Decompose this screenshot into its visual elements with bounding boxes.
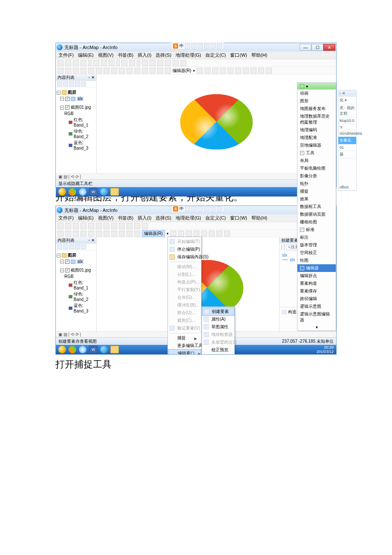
toolbars-menu-item[interactable]: 效果 [297,195,336,203]
tool-button[interactable] [235,68,241,74]
tool-button[interactable] [58,231,63,237]
menu-item[interactable]: 帮助(H) [251,52,267,58]
tool-button[interactable] [205,68,210,74]
tool-button[interactable] [220,68,226,74]
tool-button[interactable] [119,231,125,237]
checkbox[interactable]: ✓ [65,268,69,272]
tool-button[interactable] [65,68,71,74]
toolbars-menu-item[interactable]: 要素构造 [297,280,336,287]
editor-window-submenu[interactable]: 创建要素 属性(A) 草图属性 地块检查器 未放置的注记 校正预览 控制点(C)… [202,306,235,355]
catalog-item[interactable]: ktop10.0 [338,118,356,124]
menu-item[interactable]: 选择(S) [156,215,171,221]
toc-view-button[interactable] [81,244,86,249]
tree-root[interactable]: 图层 [68,252,76,258]
filter-icon[interactable] [281,244,282,250]
tool-button[interactable] [197,68,203,74]
tool-button[interactable] [127,223,133,229]
menu-item[interactable]: 窗口(W) [230,215,247,221]
collapse-icon[interactable]: − [60,269,64,272]
toolbars-menu-item[interactable]: 地理数据库历史档案整理 [297,113,336,126]
toolbars-menu-item[interactable]: 地理配准 [297,134,336,142]
toc-view-button[interactable] [81,81,86,87]
toolbars-menu-item[interactable]: 地理编码 [297,126,336,134]
tool-button[interactable] [142,68,148,74]
collapse-icon[interactable]: − [60,106,64,110]
ime-toolbar[interactable]: S 中 [171,43,224,49]
layer-item[interactable]: 截图01.jpg [71,104,91,110]
collapse-icon[interactable]: − [60,260,64,263]
tool-button[interactable] [134,231,140,237]
menu-item[interactable]: 自定义(C) [205,215,226,221]
tool-button[interactable] [119,68,125,74]
tool-button[interactable] [134,68,140,74]
tool-button[interactable] [121,60,127,66]
pin-icon[interactable]: ▫ ✕ [89,238,95,243]
toolbars-menu-item[interactable]: 布局 [297,157,336,165]
tool-button[interactable] [96,68,102,74]
submenu-item-hover[interactable]: 创建要素 [202,307,234,316]
taskbar-arcmap-icon[interactable] [100,188,108,196]
catalog-item[interactable]: olbox [338,184,356,191]
taskbar-icon[interactable] [69,188,76,196]
tool-button[interactable] [58,60,63,66]
tool-button[interactable] [142,60,148,66]
menu-item[interactable]: 地理处理(G) [176,215,201,221]
view-buttons[interactable]: ▣ ▤ | ⟲ ⟳ | [58,332,81,337]
toolbars-menu-item[interactable]: 数据框工具 [297,203,336,211]
layer-item[interactable]: slx [77,259,84,264]
submenu-item[interactable]: 控制点(C) [202,354,234,355]
toolbars-menu-item[interactable]: 影像分类 [297,172,336,180]
org-icon[interactable] [284,244,285,250]
collapse-icon[interactable]: − [57,254,61,257]
editor-toolbar-label[interactable]: 编辑器(R) [142,230,165,237]
toolbars-menu-item[interactable]: 动画 [297,90,336,97]
tool-button[interactable] [65,60,71,66]
toolbars-menu-item[interactable]: 空间校正 [297,249,336,257]
taskbar-ie-icon[interactable] [79,188,86,196]
toolbars-menu-item[interactable]: 拓扑 [297,180,336,188]
toolbars-menu-item[interactable]: 栅格绘图 [297,218,336,226]
menu-item[interactable]: 窗口(W) [230,52,247,58]
tool-button[interactable] [157,68,163,74]
tool-button[interactable] [170,231,176,237]
taskbar-arcmap-icon[interactable] [100,346,108,353]
tool-button[interactable] [165,68,171,74]
tool-button[interactable] [193,231,199,237]
tool-button[interactable] [81,231,86,237]
toolbars-menu-item[interactable]: 要素缓存 [297,287,336,295]
tool-button[interactable] [104,68,110,74]
dropdown-item[interactable]: 停止编辑(P) [168,246,201,253]
menu-item[interactable]: 视图(V) [98,52,114,58]
catalog-item[interactable]: rs\Administra [338,130,356,137]
toc-view-button[interactable] [57,244,62,249]
toc-view-button[interactable] [57,81,62,87]
toolbars-menu-item[interactable]: 编辑折点 [297,272,336,280]
tool-button[interactable] [142,223,148,229]
catalog-item[interactable]: 器 [338,151,356,159]
close-button[interactable]: ✕ [323,44,335,51]
dropdown-item[interactable]: 保存编辑内容(S) [168,253,201,261]
tray-area[interactable]: 20:29 2015/3/12 [317,345,334,354]
taskbar-ie-icon[interactable] [79,346,86,353]
tool-button[interactable] [88,231,94,237]
tool-button[interactable] [111,223,117,229]
tool-button[interactable] [201,231,207,237]
tool-button[interactable] [88,68,94,74]
tool-button[interactable] [109,60,115,66]
toolbars-menu-item[interactable]: 逻辑示意图 [297,303,336,310]
tool-button[interactable] [96,231,102,237]
tool-button[interactable] [81,60,86,66]
collapse-icon[interactable]: − [60,97,64,101]
toolbars-menu-item-selected[interactable]: ✓编辑器 [297,264,336,272]
toc-view-button[interactable] [75,81,80,87]
catalog-item-selected[interactable]: 矢量化 [338,137,356,145]
start-button-icon[interactable] [58,188,66,196]
menu-item[interactable]: 书签(B) [118,52,133,58]
catalog-item[interactable]: 类 - 我的文档 [338,104,356,118]
tool-button[interactable] [58,223,63,229]
tool-button[interactable] [129,60,135,66]
tool-button[interactable] [81,223,86,229]
tool-button[interactable] [65,231,71,237]
tool-button[interactable] [209,231,215,237]
pin-icon[interactable]: ▫ ✕ [89,75,95,80]
